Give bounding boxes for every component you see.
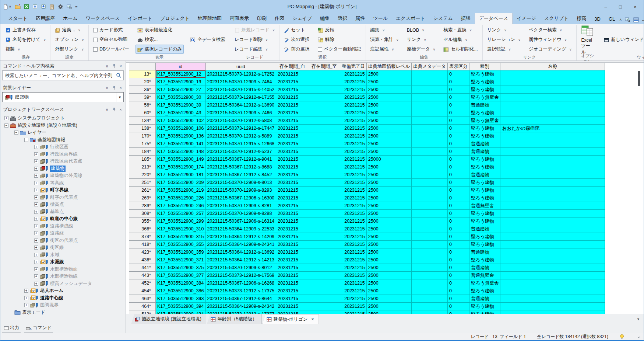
ribbon-button-注記属性[interactable]: 注記属性∨ [369,45,401,54]
cell[interactable]: 2500 [366,233,411,241]
cell[interactable]: 堅ろう建物 [469,194,500,202]
ribbon-button-選択レコードのみ[interactable]: 選択レコードのみ [136,45,184,54]
cell[interactable]: 20231215 [340,148,367,156]
cell[interactable]: 20231215-50370-12915-s-14052 [205,86,276,94]
ribbon-button-属性ウィンドウ[interactable]: 属性ウィンドウ∨ [527,35,574,44]
cell[interactable]: 20231215 [340,218,367,225]
ribbon-button-外部リンク[interactable]: 外部リンク∨ [53,45,86,54]
cell[interactable]: 0 [447,210,469,218]
cell[interactable]: 20231215 [340,179,367,187]
cell[interactable]: 20231215 [276,117,308,125]
cell[interactable] [500,187,605,194]
cell[interactable]: 20231215 [276,202,308,210]
cell[interactable]: 2500 [366,256,411,264]
cell[interactable]: 堅ろう建物 [469,241,500,248]
row-number[interactable]: 220* [129,171,156,179]
cell[interactable]: 20231215-50370-12909-s-8293 [205,187,276,194]
row-number[interactable]: 269* [129,194,156,202]
expand-icon[interactable]: + [34,152,38,156]
cell[interactable]: 20231215 [340,86,367,94]
cell[interactable] [500,171,605,179]
cell[interactable] [500,256,605,264]
tab-scroll-icon[interactable]: ▼ [637,314,644,324]
cell[interactable] [500,179,605,187]
cell[interactable]: 普通建物 [469,171,500,179]
cell[interactable]: K17_5035512900_174 [156,163,206,171]
tree-item-水部構造物線[interactable]: +水部構造物線 [2,273,124,280]
vertical-scrollbar[interactable] [638,71,640,86]
cell[interactable]: 0 [447,248,469,256]
cell[interactable]: 20231215-50373-12912-s-17375 [205,287,276,295]
cell[interactable]: 堅ろう建物 [469,132,500,140]
cell[interactable]: 20231215 [276,248,308,256]
cell[interactable] [500,148,605,156]
ribbon-button-名前を付けて[interactable]: 名前を付けて∨ [4,35,47,44]
expand-icon[interactable]: + [34,231,38,235]
cell[interactable]: 2500 [366,125,411,132]
cell[interactable]: 普通建物 [469,264,500,272]
cell[interactable] [308,101,340,109]
cell[interactable]: 堅ろう建物 [469,179,500,187]
ribbon-button-反転[interactable]: 反転 [316,25,363,35]
cell[interactable] [500,140,605,148]
cell[interactable]: 20231215-50373-12912-s-17447 [205,125,276,132]
cell[interactable]: 20231215 [340,303,367,310]
cell[interactable]: K17_5035512900_386 [156,287,206,295]
cell[interactable]: 20231215 [340,279,367,287]
cell[interactable]: K17_5035512900_257 [156,210,206,218]
cell[interactable]: 0 [447,187,469,194]
cell[interactable]: 20231215 [276,279,308,287]
ribbon-button-検索...[interactable]: 検索... [136,35,184,44]
cell[interactable]: 20231215-50370-12909-s-7466 [205,109,276,117]
cell[interactable]: 0 [447,225,469,233]
expand-icon[interactable]: + [34,253,38,257]
ribbon-button-ジオコーディング[interactable]: ジオコーディング∨ [527,45,574,54]
cell[interactable]: 0 [447,218,469,225]
row-number[interactable]: 170* [129,132,156,140]
cell[interactable] [412,86,448,94]
cell[interactable] [412,140,448,148]
menu-tab-作図[interactable]: 作図 [271,13,288,24]
ribbon-button-Excelツール[interactable]: Excelツール [579,25,596,55]
menu-tab-スタート[interactable]: スタート [4,13,32,24]
cell[interactable] [500,310,605,314]
cell[interactable]: 堅ろう建物 [469,210,500,218]
expand-icon[interactable]: + [34,217,38,221]
ribbon-button-リレーション[interactable]: リレーション∨ [485,35,522,44]
cell[interactable]: K17_5035512900_434 [156,310,206,314]
cell[interactable]: 普通建物 [469,225,500,233]
ribbon-button-ベクター自動転記[interactable]: ベクター自動転記 [316,45,363,54]
panel-close-icon[interactable]: × [119,64,123,68]
cell[interactable]: 20231215 [276,140,308,148]
cell[interactable]: 2500 [366,218,411,225]
panel-collapse-icon[interactable]: ∨ [105,107,110,112]
column-header-rownum[interactable] [129,63,156,70]
menu-tab-スクリプト[interactable]: スクリプト [540,13,573,24]
cell[interactable]: 2500 [366,264,411,272]
cell[interactable]: 堅ろう建物 [469,156,500,163]
ribbon-button-解除[interactable]: 解除 [316,35,363,44]
cell[interactable] [308,140,340,148]
cell[interactable]: 0 [447,140,469,148]
cell[interactable]: 0 [447,86,469,94]
row-number[interactable]: 36* [129,86,156,94]
search-icon[interactable] [116,73,122,78]
cell[interactable] [412,279,448,287]
cell[interactable]: 0 [447,125,469,132]
cell[interactable]: 20231215 [276,156,308,163]
expand-icon[interactable]: + [34,188,38,192]
menu-tab-標高[interactable]: 標高 [573,13,590,24]
ribbon-button-全データ検索[interactable]: 全データ検索 [188,35,227,44]
cell[interactable]: 0 [447,295,469,303]
tree-item-街区の代表点[interactable]: +街区の代表点 [2,237,124,244]
cell[interactable] [412,194,448,202]
cell[interactable]: 20231215 [340,202,367,210]
ribbon-button-セル初期化...[interactable]: セル初期化... [441,45,480,54]
cell[interactable]: 0 [447,132,469,140]
cell[interactable]: K17_5035512900_377 [156,272,206,279]
cell[interactable]: K17_5035512900_43 [156,109,206,117]
cell[interactable] [308,187,340,194]
cell[interactable]: 堅ろう建物 [469,86,500,94]
cell[interactable] [308,287,340,295]
ribbon-button-新規レコード[interactable]: 新規レコード∨ [233,25,277,35]
